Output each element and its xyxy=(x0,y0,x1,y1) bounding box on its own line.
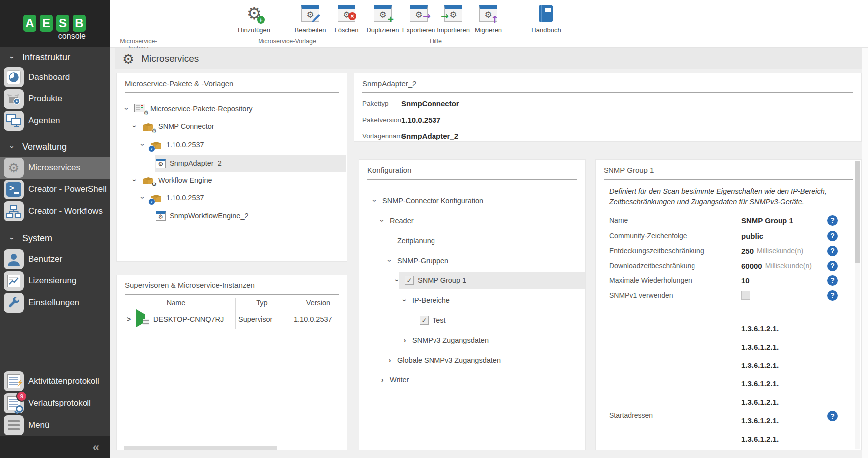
window-gear-icon: ⚙ xyxy=(156,211,166,221)
sidebar-section-infrastruktur[interactable]: › Infrastruktur xyxy=(0,48,110,66)
start-addresses-label: Startadressen xyxy=(609,411,653,419)
tree-item-label: Workflow Engine xyxy=(158,176,212,184)
chevron-down-icon[interactable]: › xyxy=(378,217,386,224)
column-header-name[interactable]: Name xyxy=(117,299,235,307)
chart-doc-icon xyxy=(4,271,24,291)
sidebar-item-agenten[interactable]: Agenten xyxy=(0,110,110,132)
window-delete-icon: ⚙× xyxy=(336,3,357,24)
chevron-down-icon[interactable]: › xyxy=(393,277,401,284)
start-address-value: 1.3.6.1.2.1. xyxy=(741,343,779,352)
panel-title: SNMP Group 1 xyxy=(604,166,853,180)
tree-item-repository[interactable]: › ⚙ Microservice-Pakete-Repository xyxy=(123,100,252,117)
handbuch-button[interactable]: Handbuch xyxy=(522,3,570,34)
chevron-down-icon[interactable]: › xyxy=(386,257,394,264)
field-value: SnmpAdapter_2 xyxy=(401,132,458,140)
config-node-snmp-group-1[interactable]: › ✓ SNMP Group 1 xyxy=(394,272,466,289)
help-icon[interactable]: ? xyxy=(827,411,838,421)
config-node-test[interactable]: ✓ Test xyxy=(409,312,446,329)
sidebar-item-einstellungen[interactable]: Einstellungen xyxy=(0,292,110,314)
sidebar-item-creator-powershell[interactable]: > Creator - PowerShell xyxy=(0,179,110,200)
config-node-reader[interactable]: › Reader xyxy=(379,212,414,229)
tree-item-snmp-connector[interactable]: › ⚙ SNMP Connector xyxy=(131,118,214,135)
chevron-right-icon[interactable]: › xyxy=(386,356,393,364)
horizontal-scrollbar[interactable] xyxy=(124,446,277,450)
vertical-scrollbar-track[interactable] xyxy=(855,161,860,449)
help-icon[interactable]: ? xyxy=(827,215,838,226)
tree-item-snmpadapter[interactable]: ⚙ SnmpAdapter_2 xyxy=(156,155,222,172)
powershell-icon: > xyxy=(4,180,24,199)
chevron-down-icon[interactable]: › xyxy=(401,297,409,304)
sidebar-item-verlaufsprotokoll[interactable]: 9 Verlaufsprotokoll xyxy=(0,392,110,414)
monitors-icon xyxy=(4,111,24,131)
sidebar-item-lizensierung[interactable]: Lizensierung xyxy=(0,270,110,292)
config-node-ip-bereiche[interactable]: › IP-Bereiche xyxy=(401,292,450,309)
supervisor-name: DESKTOP-CNNQ7RJ xyxy=(153,315,224,323)
start-address-value: 1.3.6.1.2.1. xyxy=(741,379,779,388)
supervisor-play-icon xyxy=(136,314,149,324)
app-scrollbar-track[interactable] xyxy=(862,48,868,458)
chevron-right-icon[interactable]: › xyxy=(401,336,408,344)
tree-item-label: SnmpWorkflowEngine_2 xyxy=(170,212,249,220)
migrieren-button[interactable]: ⚙↑ Migrieren xyxy=(464,3,512,34)
chevron-down-icon[interactable]: › xyxy=(131,177,139,183)
panel-title: Microservice-Pakete & -Vorlagen xyxy=(125,79,339,93)
config-node-snmpv3-zugangsdaten[interactable]: › SNMPv3 Zugangsdaten xyxy=(401,332,489,349)
window-gear-icon: ⚙ xyxy=(156,159,166,168)
help-icon[interactable]: ? xyxy=(827,246,838,256)
tree-item-version[interactable]: › i 1.10.0.2537 xyxy=(139,189,204,206)
field-label: Paketversion xyxy=(362,116,401,124)
help-icon[interactable]: ? xyxy=(827,231,838,241)
chevron-down-icon[interactable]: › xyxy=(131,123,139,130)
sidebar-item-microservices[interactable]: ⚙ Microservices xyxy=(0,157,110,179)
config-node-snmp-connector-konfiguration[interactable]: › SNMP-Connector Konfiguration xyxy=(371,192,483,209)
help-icon[interactable]: ? xyxy=(827,275,838,286)
sidebar-item-benutzer[interactable]: Benutzer xyxy=(0,248,110,270)
config-node-writer[interactable]: › Writer xyxy=(379,371,409,388)
hinzufuegen-button[interactable]: ⚙ + Hinzufügen xyxy=(230,3,278,34)
help-icon[interactable]: ? xyxy=(827,261,838,271)
vertical-scrollbar-thumb[interactable] xyxy=(855,161,860,263)
sidebar-collapse-button[interactable]: « xyxy=(0,436,110,458)
config-node-snmp-gruppen[interactable]: › SNMP-Gruppen xyxy=(386,252,448,269)
expander-icon[interactable]: > xyxy=(125,315,132,323)
field-snmpv1: SNMPv1 verwenden ? xyxy=(609,289,843,302)
chevron-down-icon: › xyxy=(8,143,17,150)
sidebar-item-creator-workflows[interactable]: Creator - Workflows xyxy=(0,200,110,222)
collapse-icon: « xyxy=(93,440,99,454)
app-logo: A E S B console xyxy=(0,0,110,47)
chevron-down-icon[interactable]: › xyxy=(139,141,147,148)
sidebar-item-aktivitaetenprotokoll[interactable]: Aktivitätenprotokoll xyxy=(0,370,110,392)
checkbox-unchecked[interactable] xyxy=(741,291,750,300)
gear-icon: ⚙ xyxy=(4,158,24,178)
info-badge-icon: i xyxy=(148,198,155,205)
field-name: Name SNMP Group 1 ? xyxy=(609,214,843,227)
sidebar-item-label: Verlaufsprotokoll xyxy=(28,398,91,408)
template-details-panel: SnmpAdapter_2 Pakettyp SnmpConnector Pak… xyxy=(354,73,862,142)
sidebar-section-system[interactable]: › System xyxy=(0,229,110,247)
logo-letters: A E S B xyxy=(23,15,86,32)
packages-panel: Microservice-Pakete & -Vorlagen › ⚙ Micr… xyxy=(116,73,347,262)
chevron-down-icon: › xyxy=(8,235,17,242)
help-icon[interactable]: ? xyxy=(827,290,838,301)
sidebar-item-dashboard[interactable]: Dashboard xyxy=(0,66,110,88)
chevron-right-icon[interactable]: › xyxy=(379,376,386,384)
tree-item-workflow-engine[interactable]: › ⚙ Workflow Engine xyxy=(131,172,212,188)
checkbox-checked[interactable]: ✓ xyxy=(420,316,429,325)
tree-item-label: Test xyxy=(433,316,446,324)
package-info-icon: i xyxy=(150,140,162,150)
config-node-zeitplanung[interactable]: Zeitplanung xyxy=(386,232,435,249)
tree-item-version[interactable]: › i 1.10.0.2537 xyxy=(139,136,204,153)
column-header-typ[interactable]: Typ xyxy=(235,299,289,307)
sidebar-section-verwaltung[interactable]: › Verwaltung xyxy=(0,138,110,156)
chevron-down-icon[interactable]: › xyxy=(139,194,147,201)
column-header-version[interactable]: Version xyxy=(289,299,347,307)
chevron-down-icon[interactable]: › xyxy=(123,105,131,112)
sidebar-item-produkte[interactable]: Produkte xyxy=(0,88,110,110)
logo-letter: E xyxy=(40,15,53,32)
config-node-globale-snmpv3-zugangsdaten[interactable]: › Globale SNMPv3 Zugangsdaten xyxy=(386,352,501,368)
chevron-down-icon[interactable]: › xyxy=(371,197,379,204)
sidebar-item-menue[interactable]: Menü xyxy=(0,414,110,436)
tree-item-snmpworkflowengine[interactable]: ⚙ SnmpWorkflowEngine_2 xyxy=(156,207,249,224)
checkbox-checked[interactable]: ✓ xyxy=(405,276,414,285)
tree-item-label: SNMP-Gruppen xyxy=(397,257,448,265)
